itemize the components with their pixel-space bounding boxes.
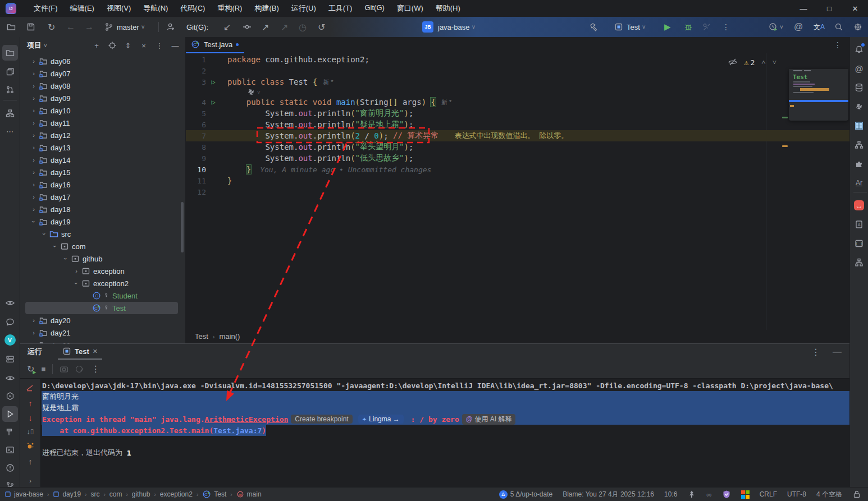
regex-tool-icon[interactable]: ( ) [851,236,867,251]
chevron-icon[interactable]: › [29,181,38,188]
code-line-4[interactable]: 4▷ public static void main(String[] args… [186,96,849,108]
menu-1[interactable]: 文件(F) [28,2,63,15]
build-tool-icon[interactable] [2,424,18,440]
hide-panel-icon[interactable]: — [168,39,182,52]
run-tool-icon[interactable] [2,406,18,422]
debug-button[interactable] [684,17,693,37]
chevron-icon[interactable]: › [29,58,38,65]
comments-icon[interactable] [2,314,18,330]
red-plugin-icon[interactable]: ◡ [851,197,867,213]
status-breadcrumb-github[interactable]: github [132,490,150,498]
database-tool-icon[interactable] [851,80,867,95]
create-breakpoint-chip[interactable]: Create breakpoint [291,415,352,424]
code-line-9[interactable]: 9 System.out.println("低头思故乡"); [186,153,849,164]
menu-7[interactable]: 构建(B) [249,2,284,15]
menu-3[interactable]: 视图(V) [101,2,136,15]
console-line-stdout[interactable]: 疑是地上霜 [42,402,849,413]
tree-item-day20[interactable]: ›day20 [20,314,185,327]
status-indent[interactable]: 4 个空格 [816,490,842,499]
stop-icon[interactable]: ■ [41,365,45,373]
run-line-icon[interactable]: ▷ [206,78,221,86]
status-breadcrumb-exception2[interactable]: exception2 [160,490,193,498]
code-line-11[interactable]: 11} [186,175,849,186]
code-line-3[interactable]: 3▷public class Test {新 * [186,76,849,88]
up-gray-icon[interactable]: ↑ [29,457,33,466]
menu-10[interactable]: Git(G) [359,2,390,15]
code-line-1[interactable]: 1package com.github.exception2; [186,54,849,65]
menu-6[interactable]: 重构(R) [212,2,248,15]
minimize-button[interactable]: — [791,0,816,17]
status-infinity-icon[interactable]: ∞ [706,490,711,499]
locate-file-icon[interactable] [106,39,119,52]
console-line-exception[interactable]: Exception in thread "main" java.lang.Ari… [42,413,849,425]
commit-tool-icon[interactable] [2,64,18,80]
ai-chat-icon[interactable]: @ [851,61,867,76]
more-run-actions-kebab-icon[interactable]: ⋮ [722,17,730,37]
profile-tool-icon[interactable] [702,17,711,37]
menu-12[interactable]: 帮助(H) [430,2,466,15]
spreadsheet-tool-icon[interactable] [851,118,867,134]
hide-panel-icon[interactable]: — [833,347,842,357]
status-shield-icon[interactable] [722,490,731,499]
code-line-12[interactable]: 12 [186,186,849,197]
open-folder-icon[interactable] [7,17,16,37]
chevron-icon[interactable]: › [29,157,38,163]
tree-item-day22[interactable]: ›day22 [20,339,185,343]
pull-requests-icon[interactable] [2,82,18,98]
console-line-stacktrace[interactable]: at com.github.exception2.Test.main(Test.… [42,425,849,436]
camera-edit-icon[interactable] [75,365,84,374]
stacktrace-link[interactable]: Test.java:7 [213,426,262,435]
lingma-inline-icon[interactable]: ˅ [246,88,261,96]
v-plugin-icon[interactable]: V [2,332,18,348]
refresh-icon[interactable]: ↻ [48,17,55,37]
maximize-button[interactable]: □ [816,0,842,17]
tree-item-day10[interactable]: ›day10 [20,104,185,117]
dependencies-tool-icon[interactable] [851,255,867,270]
run-options-kebab-icon[interactable]: ⋮ [811,347,820,357]
chevron-icon[interactable]: › [73,279,80,288]
menu-5[interactable]: 代码(C) [175,2,211,15]
status-line-separator[interactable]: CRLF [760,490,777,498]
console-output[interactable]: D:\develop\java\jdk-17\bin\java.exe -Dvi… [42,379,849,488]
close-tab-icon[interactable]: ✕ [93,348,98,355]
rerun-icon[interactable]: ↻ ▶ [27,364,34,374]
collapse-all-icon[interactable]: × [137,39,150,52]
project-scrollbar[interactable] [181,202,184,252]
chevron-icon[interactable]: › [29,206,38,213]
preview-eye-icon[interactable] [2,370,18,386]
tree-item-exception[interactable]: ›exception [20,265,185,277]
git-branch-icon[interactable] [104,17,113,37]
translate-icon[interactable]: 文A [814,17,825,37]
code-vision-inlay[interactable]: 新 * [323,78,333,86]
tree-item-day11[interactable]: ›day11 [20,117,185,129]
breadcrumb-Test[interactable]: Test [195,332,208,341]
code-line-2[interactable]: 2 [186,65,849,76]
tree-item-day06[interactable]: ›day06 [20,55,185,67]
dictionary-tool-icon[interactable]: A [851,217,867,232]
scroll-to-end-icon[interactable]: ↓⌷ [26,428,34,436]
git-force-push-icon[interactable]: ↗ [281,17,288,37]
tree-item-src[interactable]: ›src [20,228,185,240]
run-button[interactable]: ▶ [664,17,671,37]
run-config-selector[interactable]: Test˅ [614,17,646,37]
tree-item-day14[interactable]: ›day14 [20,154,185,166]
status-breadcrumb-java-base[interactable]: java-base [4,490,43,498]
git-push-icon[interactable]: ↗ [262,17,269,37]
status-breadcrumb-main[interactable]: mmain [236,490,262,498]
status-encoding[interactable]: UTF-8 [787,490,806,498]
chevron-icon[interactable]: › [41,229,48,238]
problems-tool-icon[interactable] [2,460,18,476]
structure-tool-icon[interactable] [2,105,18,121]
code-line-7[interactable]: 7 System.out.println(2 / 0); // 算术异常表达式中… [186,130,849,141]
tree-item-com[interactable]: ›com [20,240,185,252]
chevron-icon[interactable]: › [29,169,38,176]
code-editor[interactable]: ⚠ 2 ˄ ˅ Test 1package com.github.exce [186,53,849,330]
menu-4[interactable]: 导航(N) [138,2,173,15]
stacktrace-link[interactable]: ArithmeticException [205,415,289,424]
camera-icon[interactable] [60,365,68,374]
status-win-colors-icon[interactable] [741,490,750,499]
codesee-eye-icon[interactable] [2,295,18,311]
save-all-icon[interactable] [26,17,35,37]
status-breadcrumb-Test[interactable]: CTest [202,490,226,499]
breadcrumb-main()[interactable]: main() [220,332,240,341]
